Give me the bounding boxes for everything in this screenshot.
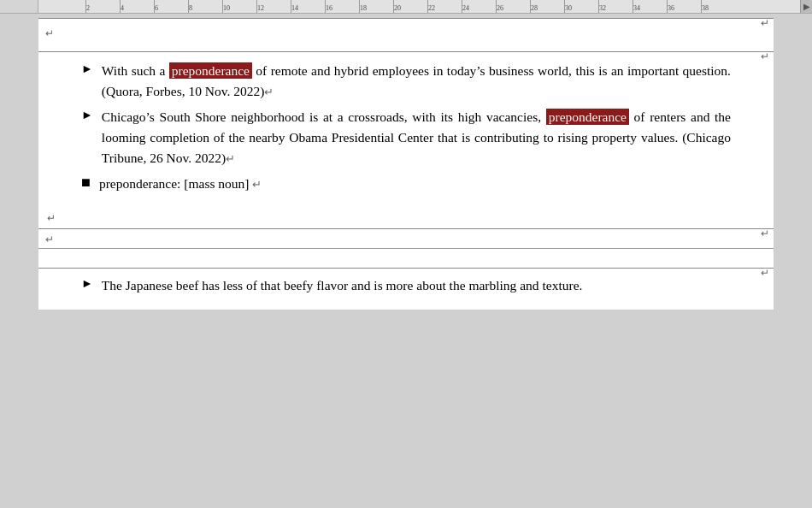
- ruler-tick: 22: [427, 0, 462, 13]
- paragraph-bottom: ► The Japanese beef has less of that bee…: [81, 275, 731, 296]
- ruler-tick: 24: [462, 0, 496, 13]
- marker-arrow-1: ►: [81, 62, 93, 76]
- ruler-area: 2 4 6 8 10 12 14 16 18 20 22 24 26 28 30…: [0, 0, 812, 14]
- section-gap: ↵: [38, 229, 774, 268]
- ruler-tick: 28: [530, 0, 564, 13]
- para3-return: ↵: [249, 178, 261, 191]
- paragraph-3-bullet: ■ preponderance: [mass noun] ↵: [81, 174, 731, 194]
- marker-arrow-2: ►: [81, 109, 93, 122]
- ruler-tick: 6: [154, 0, 188, 13]
- para1-before-highlight: With such a: [102, 63, 169, 78]
- paragraph-1-text: With such a preponderance of remote and …: [102, 61, 731, 102]
- para1-highlight-word: preponderance: [169, 62, 252, 79]
- paragraph-3-text: preponderance: [mass noun] ↵: [99, 174, 731, 194]
- ruler-tick: 20: [393, 0, 427, 13]
- content-block: ► With such a preponderance of remote an…: [38, 52, 774, 208]
- scroll-right-arrow-icon: ▶: [803, 2, 810, 11]
- ruler-tick: 36: [667, 0, 701, 13]
- mid-rule: [38, 248, 774, 249]
- ruler-tick: 8: [188, 0, 222, 13]
- ruler-tick: 16: [325, 0, 359, 13]
- return-symbol-rule1: ↵: [761, 50, 769, 63]
- ruler-tick: 38: [701, 0, 735, 13]
- ruler-tick: 32: [598, 0, 633, 13]
- empty-return-2: ↵: [47, 212, 56, 225]
- paragraph-2-text: Chicago’s South Shore neighborhood is at…: [102, 107, 731, 168]
- para2-before-highlight: Chicago’s South Shore neighborhood is at…: [102, 109, 546, 124]
- section-rule-3: ↵: [38, 268, 774, 269]
- marker-bullet-3: ■: [81, 174, 91, 192]
- scroll-right[interactable]: ▶: [800, 0, 812, 13]
- document-area: ↵ ↵ ↵ ► With such a preponderance of rem…: [0, 14, 812, 314]
- empty-line-1: ↵: [38, 208, 774, 228]
- ruler-tick: 2: [85, 0, 120, 13]
- return-symbol-rule3: ↵: [761, 267, 769, 280]
- ruler-tick: 34: [633, 0, 667, 13]
- section-rule-1: ↵: [38, 51, 774, 52]
- empty-return-3: ↵: [45, 233, 54, 246]
- ruler-marks: 2 4 6 8 10 12 14 16 18 20 22 24 26 28 30…: [38, 0, 812, 13]
- ruler-tick: 26: [496, 0, 530, 13]
- paragraph-bottom-text: The Japanese beef has less of that beefy…: [102, 275, 731, 296]
- marker-arrow-bottom: ►: [81, 277, 93, 291]
- document-page: ↵ ↵ ↵ ► With such a preponderance of rem…: [38, 18, 774, 310]
- ruler-tick: 14: [291, 0, 325, 13]
- ruler-tick: 30: [564, 0, 598, 13]
- ruler-tick: 18: [359, 0, 393, 13]
- bottom-content-block: ► The Japanese beef has less of that bee…: [38, 269, 774, 310]
- ruler-corner: [0, 0, 38, 14]
- ruler-track: 2 4 6 8 10 12 14 16 18 20 22 24 26 28 30…: [38, 0, 812, 14]
- para1-return: ↵: [264, 86, 274, 98]
- pre-content-gap: ↵: [38, 19, 774, 51]
- para2-return: ↵: [226, 152, 235, 165]
- paragraph-2: ► Chicago’s South Shore neighborhood is …: [81, 107, 731, 168]
- paragraph-1: ► With such a preponderance of remote an…: [81, 61, 731, 102]
- ruler-tick: 4: [120, 0, 154, 13]
- ruler-tick: 10: [222, 0, 256, 13]
- para2-highlight-word: preponderance: [546, 109, 629, 125]
- ruler-tick: 12: [256, 0, 291, 13]
- empty-return-1: ↵: [45, 27, 54, 40]
- para3-content: preponderance: [mass noun]: [99, 176, 250, 191]
